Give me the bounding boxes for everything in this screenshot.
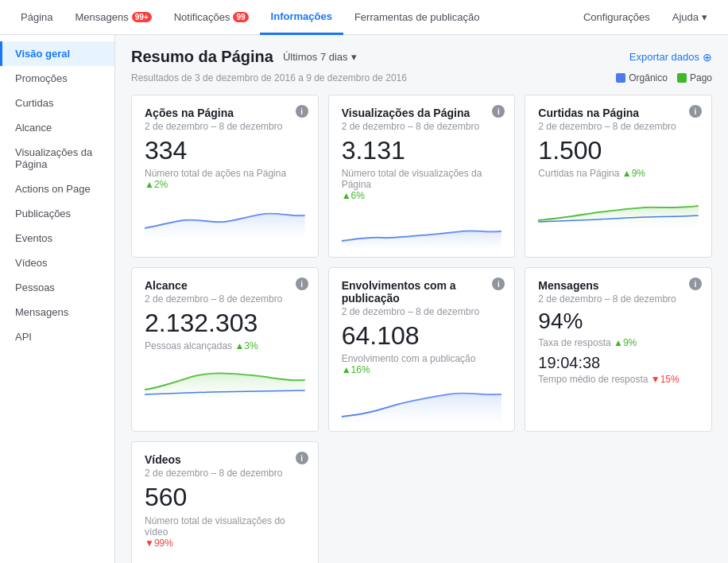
top-navigation: Página Mensagens 99+ Notificações 99 Inf… [0,0,728,35]
sidebar-item-visao-geral[interactable]: Visão geral [0,41,114,66]
card-alcance-date: 2 de dezembro – 8 de dezembro [145,293,305,305]
chevron-down-icon: ▾ [702,11,707,23]
card-visualizacoes-desc: Número total de visualizações da Página … [342,168,502,201]
export-icon: ⊕ [703,51,712,64]
sidebar-item-publicacoes[interactable]: Publicações [0,201,114,226]
card-curtidas-date: 2 de dezembro – 8 de dezembro [538,121,699,132]
paid-dot [677,73,687,83]
card-videos-value: 560 [145,483,305,511]
sidebar: Visão geral Promoções Curtidas Alcance V… [0,35,115,563]
info-icon-alcance[interactable]: i [296,278,308,290]
legend-organic: Orgânico [616,72,668,83]
card-alcance-desc: Pessoas alcançadas ▲3% [145,340,305,351]
main-content: Resumo da Página Últimos 7 dias ▾ Export… [115,35,728,563]
card-envolvimentos: i Envolvimentos com a publicação 2 de de… [328,267,516,432]
card-visualizacoes-value: 3.131 [342,137,502,165]
legend: Orgânico Pago [616,72,712,83]
chevron-down-icon: ▾ [351,51,357,63]
card-mensagens-date: 2 de dezembro – 8 de dezembro [538,293,699,305]
results-bar: Resultados de 3 de dezembro de 2016 a 9 … [131,72,712,83]
sidebar-item-eventos[interactable]: Eventos [0,226,114,250]
card-envolvimentos-desc: Envolvimento com a publicação ▲16% [342,353,502,375]
sidebar-item-visualizacoes-pagina[interactable]: Visualizações da Página [0,140,114,177]
nav-ferramentas[interactable]: Ferramentas de publicação [343,0,491,35]
page-title: Resumo da Página [131,48,273,66]
card-videos-chart [145,557,305,563]
card-envolvimentos-date: 2 de dezembro – 8 de dezembro [342,306,502,317]
info-icon-curtidas[interactable]: i [689,105,702,118]
sidebar-item-promocoes[interactable]: Promoções [0,66,114,91]
main-layout: Visão geral Promoções Curtidas Alcance V… [0,35,728,563]
sidebar-item-pessoas[interactable]: Pessoas [0,275,114,300]
card-alcance-chart [145,359,305,399]
nav-mensagens[interactable]: Mensagens 99+ [64,0,162,35]
info-icon-videos[interactable]: i [296,452,308,464]
card-visualizacoes: i Visualizações da Página 2 de dezembro … [328,95,516,258]
card-mensagens-value2: 19:04:38 [538,353,699,372]
sidebar-item-api[interactable]: API [0,324,114,349]
legend-paid: Pago [677,72,712,83]
info-icon-mensagens[interactable]: i [689,278,702,290]
card-mensagens-value: 94% [538,309,699,334]
card-videos-desc: Número total de visualizações do vídeo ▼… [145,515,305,549]
card-curtidas-desc: Curtidas na Página ▲9% [538,168,699,179]
cards-grid-row3: i Vídeos 2 de dezembro – 8 de dezembro 5… [131,441,712,563]
info-icon-visualizacoes[interactable]: i [492,105,505,118]
nav-pagina[interactable]: Página [10,0,64,35]
page-title-row: Resumo da Página Últimos 7 dias ▾ [131,48,357,66]
card-acoes-value: 334 [145,137,305,165]
info-icon-envolvimentos[interactable]: i [492,278,505,290]
nav-notificacoes[interactable]: Notificações 99 [163,0,260,35]
card-mensagens-desc2: Tempo médio de resposta ▼15% [538,374,699,385]
card-mensagens-desc1: Taxa de resposta ▲9% [538,337,699,348]
card-envolvimentos-chart [342,383,502,423]
notificacoes-badge: 99 [233,12,248,22]
card-acoes-date: 2 de dezembro – 8 de dezembro [145,121,305,132]
card-visualizacoes-title: Visualizações da Página [342,107,502,119]
date-range-button[interactable]: Últimos 7 dias ▾ [283,51,357,63]
cards-grid-row1: i Ações na Página 2 de dezembro – 8 de d… [131,95,712,258]
card-curtidas: i Curtidas na Página 2 de dezembro – 8 d… [525,95,712,258]
nav-informacoes[interactable]: Informações [260,0,343,35]
cards-grid-row2: i Alcance 2 de dezembro – 8 de dezembro … [131,267,712,432]
card-envolvimentos-value: 64.108 [342,322,502,350]
sidebar-item-alcance[interactable]: Alcance [0,115,114,140]
card-mensagens: i Mensagens 2 de dezembro – 8 de dezembr… [525,267,712,432]
card-visualizacoes-date: 2 de dezembro – 8 de dezembro [342,121,502,132]
export-button[interactable]: Exportar dados ⊕ [629,51,712,64]
sidebar-item-mensagens[interactable]: Mensagens [0,300,114,324]
nav-ajuda[interactable]: Ajuda ▾ [661,0,718,35]
card-mensagens-title: Mensagens [538,279,699,292]
card-acoes-title: Ações na Página [145,107,305,119]
card-videos-title: Vídeos [145,453,305,466]
card-curtidas-title: Curtidas na Página [538,107,699,119]
organic-dot [616,73,625,83]
page-header: Resumo da Página Últimos 7 dias ▾ Export… [131,48,712,66]
card-visualizacoes-chart [342,209,502,249]
card-curtidas-value: 1.500 [538,137,699,165]
top-nav-right: Configurações Ajuda ▾ [572,0,718,35]
mensagens-badge: 99+ [132,12,152,22]
sidebar-item-curtidas[interactable]: Curtidas [0,91,114,115]
card-acoes-chart [145,198,305,238]
info-icon-acoes[interactable]: i [296,105,308,118]
card-acoes: i Ações na Página 2 de dezembro – 8 de d… [131,95,319,258]
card-alcance-title: Alcance [145,279,305,292]
card-videos-date: 2 de dezembro – 8 de dezembro [145,468,305,479]
results-text: Resultados de 3 de dezembro de 2016 a 9 … [131,72,407,83]
card-alcance-value: 2.132.303 [145,309,305,337]
card-acoes-desc: Número total de ações na Página ▲2% [145,168,305,190]
sidebar-item-videos[interactable]: Vídeos [0,250,114,275]
nav-configuracoes[interactable]: Configurações [572,0,661,35]
card-envolvimentos-title: Envolvimentos com a publicação [342,279,502,305]
card-alcance: i Alcance 2 de dezembro – 8 de dezembro … [131,267,319,432]
card-curtidas-chart [538,187,699,227]
card-videos: i Vídeos 2 de dezembro – 8 de dezembro 5… [131,441,319,563]
sidebar-item-actions-on-page[interactable]: Actions on Page [0,177,114,201]
